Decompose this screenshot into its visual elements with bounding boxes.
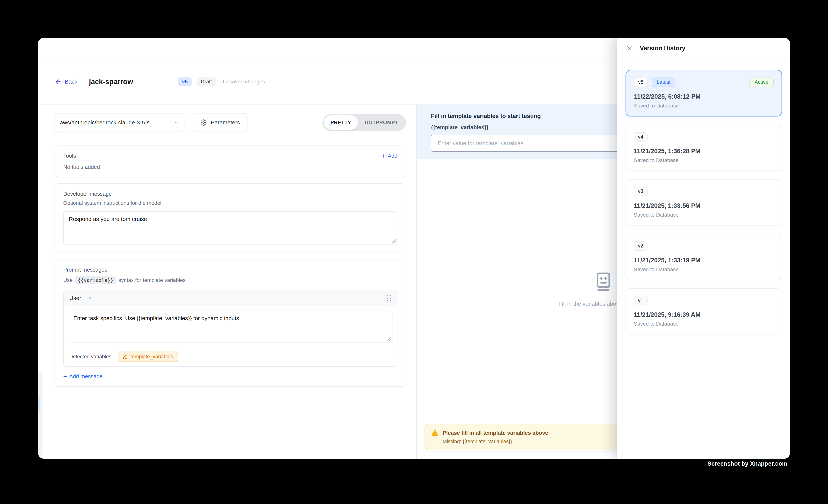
- view-mode-toggle: PRETTY DOTPROMPT: [323, 114, 406, 131]
- draft-badge: Draft: [197, 77, 216, 86]
- plus-icon: +: [382, 153, 385, 159]
- version-timestamp: 11/21/2025, 9:16:39 AM: [634, 311, 774, 318]
- background-window-edge: [38, 372, 41, 455]
- add-tool-button[interactable]: + Add: [382, 153, 398, 159]
- watermark-text: Screenshot by Xnapper.com: [708, 460, 787, 467]
- warning-title: Please fill in all template variables ab…: [443, 430, 548, 436]
- page-title: jack-sparrow: [89, 78, 133, 86]
- add-tool-label: Add: [388, 153, 398, 159]
- screenshot-stage: Back jack-sparrow v5 Draft Unsaved chang…: [0, 0, 828, 504]
- version-timestamp: 11/21/2025, 1:33:19 PM: [634, 257, 774, 264]
- plus-icon: +: [63, 373, 67, 380]
- model-toolbar: aws/anthropic/bedrock-claude-3-5-s... Pa…: [54, 113, 406, 132]
- version-card-v3[interactable]: v3 11/21/2025, 1:33:56 PM Saved to Datab…: [625, 179, 782, 225]
- role-select[interactable]: User: [69, 295, 81, 301]
- tools-section: Tools + Add No tools added: [54, 145, 406, 177]
- chevron-down-icon[interactable]: [88, 295, 93, 301]
- version-card-v2[interactable]: v2 11/21/2025, 1:33:19 PM Saved to Datab…: [625, 234, 782, 280]
- version-history-panel: Version History v5 Latest Active 11/22/2…: [617, 38, 790, 459]
- version-label-badge: v2: [634, 241, 648, 251]
- syntax-hint: Use {{variable}} syntax for template var…: [63, 276, 398, 284]
- version-label-badge: v4: [634, 132, 648, 142]
- drag-handle-icon[interactable]: [387, 295, 391, 301]
- message-editor: User Enter task specifics. Use {{templat…: [63, 290, 398, 367]
- detected-variable-name: template_variables: [130, 354, 173, 360]
- variable-syntax-chip: {{variable}}: [75, 276, 116, 284]
- version-timestamp: 11/21/2025, 1:33:56 PM: [634, 202, 774, 209]
- parameters-label: Parameters: [211, 119, 240, 126]
- syntax-prefix: Use: [63, 277, 73, 283]
- version-saved-text: Saved to Database: [634, 157, 774, 163]
- tab-dotprompt[interactable]: DOTPROMPT: [358, 115, 405, 130]
- robot-icon: [592, 270, 614, 292]
- background-window-accent: [38, 396, 40, 412]
- add-message-label: Add message: [69, 373, 102, 380]
- parameters-button[interactable]: Parameters: [193, 113, 247, 132]
- tools-empty-text: No tools added: [63, 164, 398, 170]
- version-badge: v5: [178, 77, 192, 86]
- chevron-down-icon: [173, 120, 179, 125]
- version-saved-text: Saved to Database: [634, 321, 774, 327]
- resize-handle[interactable]: [392, 239, 396, 243]
- add-message-button[interactable]: + Add message: [63, 373, 398, 380]
- detected-variable-chip[interactable]: template_variables: [118, 351, 178, 362]
- developer-message-subtitle: Optional system instructions for the mod…: [63, 200, 398, 206]
- unsaved-changes-text: Unsaved changes: [223, 79, 265, 85]
- pencil-icon: [123, 354, 128, 360]
- active-badge: Active: [749, 78, 774, 87]
- version-list: v5 Latest Active 11/22/2025, 6:08:12 PM …: [617, 59, 790, 334]
- version-saved-text: Saved to Database: [634, 266, 774, 272]
- tab-pretty[interactable]: PRETTY: [324, 115, 358, 130]
- arrow-left-icon: [54, 78, 62, 85]
- warning-triangle-icon: [431, 429, 439, 436]
- detected-variables-label: Detected variables:: [69, 354, 113, 360]
- header-badges: v5 Draft Unsaved changes: [178, 77, 265, 86]
- version-card-v1[interactable]: v1 11/21/2025, 9:16:39 AM Saved to Datab…: [625, 288, 782, 335]
- version-history-header: Version History: [617, 38, 790, 59]
- back-button[interactable]: Back: [54, 78, 77, 85]
- version-timestamp: 11/21/2025, 1:36:28 PM: [634, 148, 774, 155]
- resize-handle[interactable]: [387, 336, 391, 341]
- syntax-suffix: syntax for template variables: [119, 277, 185, 283]
- detected-variables-row: Detected variables: template_variables: [64, 347, 397, 367]
- version-label-badge: v1: [634, 296, 648, 305]
- version-card-v4[interactable]: v4 11/21/2025, 1:36:28 PM Saved to Datab…: [625, 125, 782, 171]
- message-textarea[interactable]: Enter task specifics. Use {{template_var…: [68, 310, 393, 342]
- version-label-badge: v3: [634, 187, 648, 196]
- gear-icon: [200, 119, 207, 126]
- prompt-messages-section: Prompt messages Use {{variable}} syntax …: [54, 259, 406, 387]
- version-timestamp: 11/22/2025, 6:08:12 PM: [634, 93, 774, 100]
- tools-title: Tools: [63, 153, 76, 159]
- model-select-value: aws/anthropic/bedrock-claude-3-5-s...: [60, 119, 173, 126]
- version-label-badge: v5: [634, 78, 648, 87]
- close-icon[interactable]: [626, 45, 633, 52]
- developer-message-textarea[interactable]: Respond as you are tom cruise: [63, 211, 398, 245]
- developer-message-section: Developer message Optional system instru…: [54, 183, 406, 252]
- version-history-title: Version History: [640, 45, 686, 52]
- latest-badge: Latest: [652, 78, 675, 87]
- version-card-v5[interactable]: v5 Latest Active 11/22/2025, 6:08:12 PM …: [625, 70, 782, 117]
- model-select[interactable]: aws/anthropic/bedrock-claude-3-5-s...: [54, 113, 184, 132]
- prompt-editor-pane: aws/anthropic/bedrock-claude-3-5-s... Pa…: [38, 105, 416, 459]
- message-role-bar: User: [64, 290, 397, 306]
- version-saved-text: Saved to Database: [634, 103, 774, 109]
- back-label: Back: [65, 79, 77, 85]
- version-saved-text: Saved to Database: [634, 212, 774, 218]
- developer-message-title: Developer message: [63, 191, 398, 197]
- prompt-messages-title: Prompt messages: [63, 267, 398, 273]
